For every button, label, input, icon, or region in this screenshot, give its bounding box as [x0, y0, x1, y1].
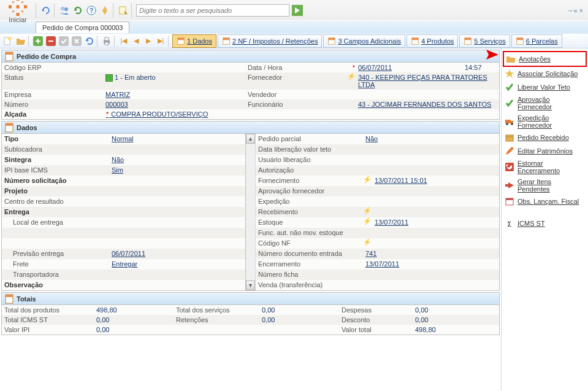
field-value[interactable]: 06/07/2011: [109, 249, 245, 259]
total-value[interactable]: 0,00: [413, 315, 499, 325]
tab-4-produtos[interactable]: 4 Produtos: [407, 34, 458, 48]
field-value[interactable]: [109, 238, 245, 249]
field-value[interactable]: [363, 228, 499, 238]
total-value[interactable]: 0,00: [259, 305, 339, 315]
data-row: Autorização: [256, 165, 499, 176]
help-icon[interactable]: ?: [86, 5, 97, 16]
field-value[interactable]: Não: [109, 155, 245, 165]
field-value[interactable]: [363, 144, 499, 155]
arrow-icon: [505, 180, 514, 190]
side-exped-fornec[interactable]: Expedição Fornecedor: [503, 112, 587, 131]
side-gerar-pend[interactable]: Gerar Itens Pendentes: [503, 176, 587, 195]
side-icms-st[interactable]: ΣICMS ST: [503, 217, 587, 230]
add-icon[interactable]: [32, 36, 44, 47]
field-value[interactable]: Normal: [109, 134, 245, 144]
val-empresa[interactable]: MATRIZ: [103, 90, 245, 99]
field-value[interactable]: 13/07/2011 15:01: [372, 176, 499, 186]
field-value[interactable]: Sim: [109, 165, 245, 176]
reload-icon[interactable]: [84, 36, 95, 47]
field-value[interactable]: [109, 176, 245, 186]
window-controls[interactable]: →« ×: [567, 7, 586, 14]
refresh-icon[interactable]: [72, 5, 83, 16]
field-value[interactable]: Entregar: [109, 259, 245, 269]
scroll-down-icon[interactable]: ▼: [246, 281, 255, 290]
page-icon: [4, 52, 14, 61]
tab-1-dados[interactable]: 1 Dados: [172, 34, 216, 48]
next-icon[interactable]: ▶: [143, 36, 154, 47]
first-icon[interactable]: |◀: [118, 36, 129, 47]
prev-icon[interactable]: ◀: [131, 36, 142, 47]
field-value[interactable]: Não: [363, 134, 499, 144]
val-data[interactable]: 06/07/2011: [356, 63, 462, 72]
side-aprov-fornec[interactable]: Aprovação Fornecedor: [503, 94, 587, 112]
val-fornecedor[interactable]: 340 - KEEPING PEÇAS PARA TRATORES LTDA: [356, 72, 499, 90]
remove-icon[interactable]: [45, 36, 56, 47]
svg-rect-41: [505, 120, 511, 123]
cancel-icon[interactable]: [71, 36, 82, 47]
field-value[interactable]: [363, 165, 499, 176]
data-row: Projeto: [2, 186, 245, 196]
check-icon: [505, 82, 514, 92]
field-value[interactable]: [109, 228, 245, 238]
field-value[interactable]: [109, 280, 245, 290]
field-value[interactable]: [109, 144, 245, 155]
print-icon[interactable]: [101, 36, 112, 47]
side-pedido-receb[interactable]: Pedido Recebido: [503, 131, 587, 144]
app-logo[interactable]: Iniciar: [2, 0, 33, 26]
field-value[interactable]: [109, 269, 245, 280]
val-alcada[interactable]: * COMPRA PRODUTO/SERVIÇO: [103, 109, 499, 119]
search-go-icon[interactable]: [292, 5, 303, 16]
users-icon[interactable]: [59, 5, 70, 16]
scrollbar[interactable]: ▲ ▼: [245, 134, 255, 290]
search-input[interactable]: [136, 4, 289, 17]
val-funcionario[interactable]: 43 - JOCIMAR FERNANDES DOS SANTOS: [356, 99, 499, 109]
note-icon[interactable]: [118, 5, 129, 16]
field-value[interactable]: [372, 207, 499, 217]
field-value[interactable]: [363, 155, 499, 165]
last-icon[interactable]: ▶|: [155, 36, 166, 47]
field-value[interactable]: [109, 217, 245, 228]
total-value[interactable]: [259, 325, 339, 335]
total-value[interactable]: 0,00: [259, 315, 339, 325]
total-value[interactable]: 0,00: [94, 315, 174, 325]
tab-6-parcelas[interactable]: 6 Parcelas: [511, 34, 562, 48]
tab-3-campos-adicionais[interactable]: 3 Campos Adicionais: [323, 34, 405, 48]
undo-icon[interactable]: [40, 5, 52, 16]
side-estornar[interactable]: Estornar Encerramento: [503, 158, 587, 176]
side-associar[interactable]: Associar Solicitação: [503, 67, 587, 80]
side-anotacoes[interactable]: Anotações: [503, 51, 587, 67]
val-numero[interactable]: 000003: [103, 99, 245, 109]
field-value[interactable]: [363, 196, 499, 207]
new-icon[interactable]: [2, 36, 13, 47]
field-value[interactable]: 13/07/2011: [372, 217, 499, 228]
open-icon[interactable]: [15, 36, 26, 47]
cal-icon: [505, 196, 514, 206]
val-vendedor[interactable]: [356, 90, 499, 99]
total-value[interactable]: 498,80: [413, 325, 499, 335]
field-value[interactable]: [363, 186, 499, 196]
side-obs-fiscal[interactable]: Obs. Lançam. Fiscal: [503, 195, 587, 208]
svg-rect-5: [12, 1, 14, 3]
val-hora[interactable]: 14:57: [462, 63, 499, 72]
total-value[interactable]: 0,00: [413, 305, 499, 315]
field-value[interactable]: 741: [363, 249, 499, 259]
field-value[interactable]: [109, 186, 245, 196]
tab-5-servi-os[interactable]: 5 Serviços: [459, 34, 510, 48]
scroll-up-icon[interactable]: ▲: [246, 134, 255, 144]
val-codigo-erp[interactable]: [103, 63, 245, 72]
field-value[interactable]: [363, 280, 499, 290]
field-value[interactable]: [363, 269, 499, 280]
field-value[interactable]: [372, 238, 499, 249]
tab-2-nf---impostos---reten--es[interactable]: 2 NF / Impostos / Retenções: [218, 34, 322, 48]
document-tab[interactable]: Pedido de Compra 000003: [36, 21, 129, 33]
side-liberar[interactable]: Liberar Valor Teto: [503, 80, 587, 94]
field-value[interactable]: [109, 196, 245, 207]
field-value[interactable]: [109, 207, 245, 217]
total-value[interactable]: 0,00: [94, 325, 174, 335]
field-value[interactable]: 13/07/2011: [363, 259, 499, 269]
confirm-icon[interactable]: [58, 36, 69, 47]
side-editar-patr[interactable]: Editar Patrimônios: [503, 144, 587, 158]
total-value[interactable]: 498,80: [94, 305, 174, 315]
nav-icon[interactable]: [99, 5, 110, 16]
val-status[interactable]: 1 - Em aberto: [103, 72, 245, 90]
